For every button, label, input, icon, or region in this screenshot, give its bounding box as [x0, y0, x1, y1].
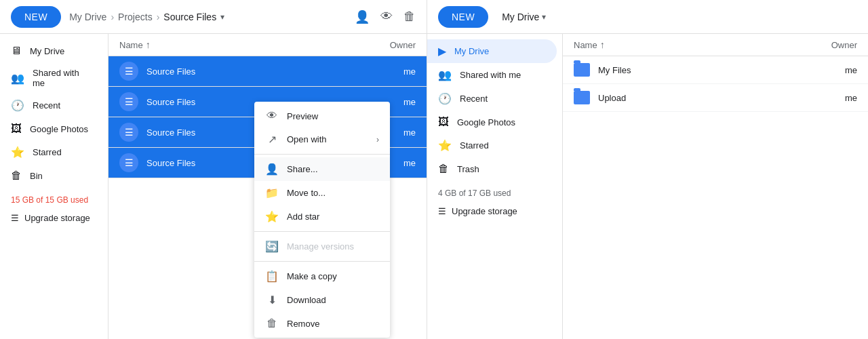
- right-drive-label: My Drive: [502, 12, 539, 22]
- sidebar-mydrive-label: My Drive: [30, 46, 64, 56]
- file-icon-2: ☰: [119, 92, 138, 111]
- share-label: Share...: [287, 164, 318, 174]
- right-storage: 4 GB of 17 GB used ☰ Upgrade storage: [427, 180, 562, 228]
- sidebar-recent-label: Recent: [33, 100, 60, 111]
- breadcrumb: My Drive › Projects › Source Files ▾: [69, 12, 224, 22]
- right-owner-col: Owner: [803, 40, 857, 50]
- left-body: 🖥 My Drive 👥 Shared with me 🕐 Recent 🖼 G…: [0, 34, 427, 339]
- right-starred-icon: ⭐: [438, 139, 452, 152]
- share-icon: 👤: [265, 163, 279, 176]
- menu-item-download[interactable]: ⬇ Download: [254, 288, 390, 312]
- sort-icon: ↑: [146, 39, 151, 50]
- sidebar-item-recent[interactable]: 🕐 Recent: [0, 94, 102, 117]
- recent-icon: 🕐: [11, 99, 24, 112]
- right-sidebar-item-recent[interactable]: 🕐 Recent: [427, 87, 557, 111]
- owner-col-header: Owner: [361, 40, 416, 50]
- right-sidebar: ▶ My Drive 👥 Shared with me 🕐 Recent 🖼 G…: [427, 34, 563, 339]
- file-row-1[interactable]: ☰ Source Files me: [108, 56, 427, 87]
- right-file-row-1[interactable]: My Files me: [563, 56, 868, 84]
- menu-item-manage-versions: 🔄 Manage versions: [254, 235, 390, 258]
- sidebar-item-photos[interactable]: 🖼 Google Photos: [0, 117, 102, 140]
- folder-icon-2: [574, 91, 590, 104]
- shared-icon: 👥: [11, 72, 24, 85]
- left-upgrade-button[interactable]: ☰ Upgrade storage: [11, 209, 97, 227]
- left-panel: NEW My Drive › Projects › Source Files ▾…: [0, 0, 427, 339]
- sidebar-item-shared[interactable]: 👥 Shared with me: [0, 62, 102, 94]
- sidebar-bin-label: Bin: [30, 171, 43, 181]
- file-name-1: Source Files: [146, 66, 361, 77]
- breadcrumb-mydrive[interactable]: My Drive: [69, 12, 106, 22]
- file-owner-1: me: [361, 66, 416, 77]
- menu-item-remove[interactable]: 🗑 Remove: [254, 312, 390, 335]
- menu-divider-2: [254, 231, 390, 232]
- right-file-owner-2: me: [803, 93, 857, 103]
- right-file-owner-1: me: [803, 65, 857, 75]
- right-sidebar-item-photos[interactable]: 🖼 Google Photos: [427, 111, 557, 134]
- file-icon-4: ☰: [119, 153, 138, 172]
- breadcrumb-sourcefiles[interactable]: Source Files: [163, 12, 216, 22]
- right-file-row-2[interactable]: Upload me: [563, 84, 868, 112]
- sidebar-item-mydrive[interactable]: 🖥 My Drive: [0, 39, 102, 62]
- left-header: NEW My Drive › Projects › Source Files ▾…: [0, 0, 427, 34]
- menu-item-preview[interactable]: 👁 Preview: [254, 104, 390, 127]
- right-recent-icon: 🕐: [438, 92, 452, 105]
- menu-item-add-star[interactable]: ⭐ Add star: [254, 205, 390, 228]
- right-sort-icon: ↑: [600, 39, 605, 50]
- delete-icon[interactable]: 🗑: [403, 9, 416, 24]
- sidebar-item-bin[interactable]: 🗑 Bin: [0, 164, 102, 187]
- sidebar-shared-label: Shared with me: [33, 68, 92, 88]
- left-storage-info: 15 GB of 15 GB used ☰ Upgrade storage: [0, 187, 108, 235]
- left-header-icons: 👤 👁 🗑: [355, 9, 416, 24]
- bin-icon: 🗑: [11, 170, 22, 182]
- make-copy-label: Make a copy: [287, 271, 337, 281]
- preview-menu-icon: 👁: [265, 110, 279, 122]
- starred-icon: ⭐: [11, 146, 24, 159]
- right-upgrade-button[interactable]: ☰ Upgrade storage: [438, 202, 551, 220]
- file-icon-3: ☰: [119, 123, 138, 142]
- right-sidebar-item-shared[interactable]: 👥 Shared with me: [427, 63, 557, 87]
- file-icon-1: ☰: [119, 62, 138, 81]
- right-sidebar-item-starred[interactable]: ⭐ Starred: [427, 134, 557, 157]
- right-sidebar-item-mydrive[interactable]: ▶ My Drive: [427, 39, 557, 63]
- open-with-arrow: ›: [376, 135, 379, 144]
- menu-item-share[interactable]: 👤 Share...: [254, 157, 390, 181]
- menu-item-open-with[interactable]: ↗ Open with ›: [254, 127, 390, 151]
- context-menu: 👁 Preview ↗ Open with › 👤 Share... 📁 Mov…: [254, 102, 390, 338]
- right-sidebar-item-trash[interactable]: 🗑 Trash: [427, 157, 557, 180]
- mydrive-icon: 🖥: [11, 45, 22, 57]
- right-photos-icon: 🖼: [438, 116, 449, 128]
- left-table-header: Name ↑ Owner: [108, 34, 427, 56]
- breadcrumb-chevron[interactable]: ▾: [220, 12, 224, 22]
- right-upgrade-icon: ☰: [438, 206, 446, 216]
- right-drive-chevron: ▾: [542, 12, 546, 22]
- right-name-col: Name ↑: [574, 39, 803, 50]
- left-new-button[interactable]: NEW: [11, 6, 61, 28]
- folder-icon-1: [574, 63, 590, 77]
- right-main: Name ↑ Owner My Files me Upload me: [563, 34, 868, 339]
- right-table-header: Name ↑ Owner: [563, 34, 868, 56]
- move-to-label: Move to...: [287, 188, 326, 198]
- sidebar-starred-label: Starred: [33, 147, 62, 157]
- upgrade-label: Upgrade storage: [24, 213, 90, 223]
- sidebar-item-starred[interactable]: ⭐ Starred: [0, 140, 102, 164]
- left-storage-text: 15 GB of 15 GB used: [11, 195, 97, 205]
- right-upgrade-label: Upgrade storage: [452, 206, 517, 216]
- menu-item-move-to[interactable]: 📁 Move to...: [254, 181, 390, 205]
- breadcrumb-projects[interactable]: Projects: [118, 12, 153, 22]
- remove-label: Remove: [287, 319, 319, 329]
- open-with-icon: ↗: [265, 133, 279, 146]
- remove-icon: 🗑: [265, 317, 279, 330]
- menu-item-make-copy[interactable]: 📋 Make a copy: [254, 264, 390, 288]
- sidebar-photos-label: Google Photos: [30, 124, 88, 134]
- upgrade-icon: ☰: [11, 213, 19, 223]
- left-main: Name ↑ Owner ☰ Source Files me ☰ Source …: [108, 34, 427, 339]
- add-people-icon[interactable]: 👤: [355, 9, 370, 24]
- photos-icon: 🖼: [11, 123, 22, 135]
- right-starred-label: Starred: [460, 140, 489, 151]
- preview-icon[interactable]: 👁: [380, 9, 393, 24]
- right-panel: NEW My Drive ▾ ▶ My Drive 👥 Shared with …: [427, 0, 868, 339]
- right-new-button[interactable]: NEW: [438, 6, 488, 28]
- menu-divider-1: [254, 154, 390, 155]
- right-trash-icon: 🗑: [438, 163, 449, 175]
- right-drive-title[interactable]: My Drive ▾: [502, 12, 546, 22]
